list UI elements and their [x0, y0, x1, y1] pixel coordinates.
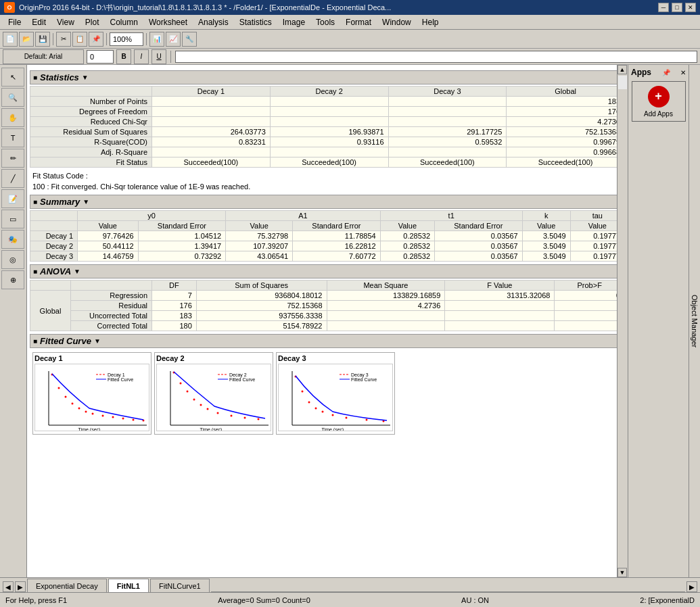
- zoom-input[interactable]: [110, 32, 143, 46]
- bold-btn[interactable]: B: [116, 49, 131, 64]
- data-reader[interactable]: ◎: [1, 250, 24, 269]
- tab-scroll-right[interactable]: ▶: [15, 581, 26, 592]
- fitted-curves-container: Decay 1 Decay 1 Fitted Curve: [30, 349, 625, 437]
- apps-close[interactable]: ✕: [680, 69, 686, 76]
- apps-pin[interactable]: 📌: [662, 69, 670, 76]
- statistics-toggle[interactable]: ■: [33, 74, 37, 81]
- app-icon: O: [4, 2, 15, 13]
- menu-column[interactable]: Column: [105, 16, 143, 28]
- summary-section-header: ■ Summary ▼: [30, 195, 625, 209]
- paste-btn[interactable]: 📌: [89, 32, 103, 47]
- tab-scroll-left[interactable]: ◀: [3, 581, 14, 592]
- object-manager-panel[interactable]: Object Manager: [689, 65, 700, 577]
- copy-btn[interactable]: 📋: [72, 32, 87, 47]
- stats-d1-0: [152, 97, 271, 107]
- svg-point-12: [92, 413, 94, 415]
- summary-arrow[interactable]: ▼: [83, 198, 89, 205]
- sum-h-a1: A1: [226, 211, 381, 221]
- anova-toggle[interactable]: ■: [33, 268, 37, 275]
- menu-help[interactable]: Help: [417, 16, 444, 28]
- tab-nav-right[interactable]: ▶: [686, 581, 697, 592]
- mask-tool[interactable]: 🎭: [1, 230, 24, 249]
- tab-fitnlcurve1[interactable]: FitNLCurve1: [150, 579, 210, 592]
- curve-decay3-title: Decay 3: [278, 354, 393, 362]
- cut-btn[interactable]: ✂: [56, 32, 71, 47]
- menu-statistics[interactable]: Statistics: [234, 16, 277, 28]
- tab-fitnl1[interactable]: FitNL1: [108, 579, 149, 592]
- summary-title: Summary: [40, 197, 80, 207]
- summary-toggle[interactable]: ■: [33, 198, 37, 205]
- anova-arrow[interactable]: ▼: [74, 268, 80, 275]
- menu-analysis[interactable]: Analysis: [193, 16, 234, 28]
- statistics-arrow[interactable]: ▼: [82, 74, 89, 81]
- menu-edit[interactable]: Edit: [26, 16, 51, 28]
- annotation-tool[interactable]: 📝: [1, 189, 24, 208]
- tab-exponential-decay[interactable]: Exponential Decay: [27, 579, 107, 592]
- region-tool[interactable]: ▭: [1, 210, 24, 228]
- select-tool[interactable]: ↖: [1, 68, 24, 87]
- anova-row2-fval: [445, 311, 555, 321]
- new-btn[interactable]: 📄: [3, 32, 18, 47]
- menu-tools[interactable]: Tools: [310, 16, 340, 28]
- menu-bar: File Edit View Plot Column Worksheet Ana…: [0, 15, 700, 30]
- sum-row2-a1se: 7.60772: [293, 251, 381, 262]
- sum-row0-t1v: 0.28532: [380, 231, 434, 241]
- anova-row3-ss: 5154.78922: [196, 321, 327, 331]
- menu-window[interactable]: Window: [377, 16, 417, 28]
- anova-row1-ss: 752.15368: [196, 301, 327, 311]
- anova-row3-df: 180: [152, 321, 197, 331]
- svg-point-8: [65, 396, 67, 398]
- svg-point-27: [187, 391, 189, 393]
- draw-tool[interactable]: ✏: [1, 149, 24, 168]
- curve-decay3: Decay 3 Decay 3 Fitted Curve: [276, 352, 395, 435]
- line-tool[interactable]: ╱: [1, 169, 24, 188]
- stats-d2-0: [270, 97, 388, 107]
- menu-worksheet[interactable]: Worksheet: [143, 16, 193, 28]
- italic-btn[interactable]: I: [134, 49, 149, 64]
- close-btn[interactable]: ✕: [685, 3, 696, 12]
- font-selector[interactable]: Default: Arial: [3, 49, 84, 64]
- title-bar: O OriginPro 2016 64-bit - D:\书\origin_tu…: [0, 0, 700, 15]
- fitted-curve-title: Fitted Curve: [40, 336, 91, 346]
- scroll-down-btn[interactable]: ▼: [617, 568, 627, 577]
- menu-image[interactable]: Image: [277, 16, 310, 28]
- status-au: AU : ON: [461, 596, 489, 604]
- sum-row0-y0se: 1.04512: [138, 231, 226, 241]
- screen-reader[interactable]: ⊕: [1, 270, 24, 289]
- tools-btn[interactable]: 🔧: [182, 32, 197, 47]
- menu-view[interactable]: View: [51, 16, 80, 28]
- anova-h-fval: F Value: [445, 281, 555, 291]
- sum-row1-y0se: 1.39417: [138, 241, 226, 251]
- sum-h-k: k: [522, 211, 570, 221]
- curve-decay2-svg: Decay 2 Fitted Curve: [156, 364, 271, 431]
- stats-global-2: 4.2736: [507, 117, 625, 127]
- svg-point-9: [72, 403, 74, 405]
- fitted-curve-arrow[interactable]: ▼: [94, 337, 101, 345]
- zoom-tool[interactable]: 🔍: [1, 88, 24, 107]
- stats-global-0: 183: [507, 97, 625, 107]
- menu-plot[interactable]: Plot: [80, 16, 105, 28]
- add-apps-button[interactable]: + Add Apps: [632, 81, 686, 122]
- anova-table: DF Sum of Squares Mean Square F Value Pr…: [30, 280, 625, 331]
- scroll-thumb[interactable]: [618, 76, 627, 89]
- formula-input[interactable]: [175, 51, 697, 63]
- maximize-btn[interactable]: □: [672, 3, 682, 12]
- svg-point-10: [78, 408, 80, 410]
- fit-btn[interactable]: 📈: [166, 32, 181, 47]
- save-btn[interactable]: 💾: [35, 32, 50, 47]
- menu-file[interactable]: File: [3, 16, 26, 28]
- scroll-up-btn[interactable]: ▲: [617, 65, 627, 74]
- underline-btn[interactable]: U: [151, 49, 166, 64]
- apps-label: Apps: [631, 68, 651, 77]
- font-size-input[interactable]: [87, 50, 114, 64]
- open-btn[interactable]: 📂: [19, 32, 34, 47]
- minimize-btn[interactable]: ─: [658, 3, 669, 12]
- stats-global-6: Succeeded(100): [507, 157, 625, 168]
- pan-tool[interactable]: ✋: [1, 108, 24, 127]
- graph-btn[interactable]: 📊: [149, 32, 164, 47]
- vertical-scrollbar[interactable]: ▲ ▼: [617, 65, 628, 577]
- menu-format[interactable]: Format: [340, 16, 377, 28]
- text-tool[interactable]: T: [1, 128, 24, 147]
- fitted-curve-toggle[interactable]: ■: [33, 337, 37, 345]
- sum-row1-a1v: 107.39207: [226, 241, 293, 251]
